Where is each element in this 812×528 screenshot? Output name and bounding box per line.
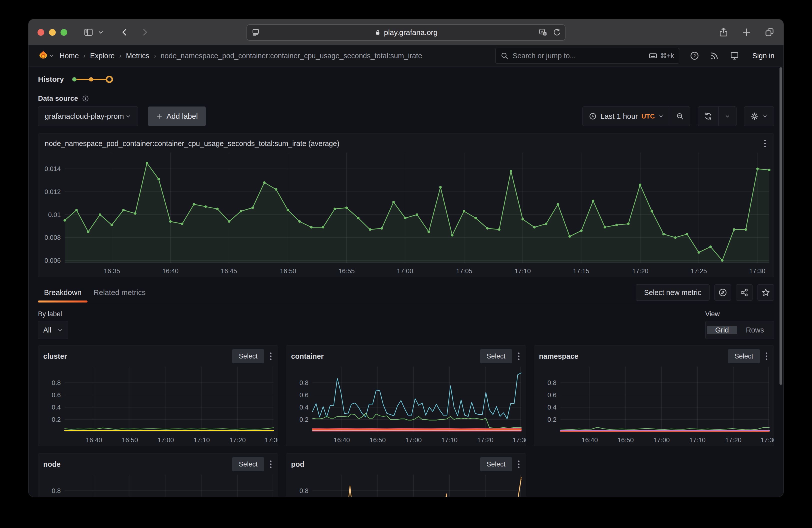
- history-timeline[interactable]: [72, 76, 113, 83]
- metric-graph-panel: node_namespace_pod_container:container_c…: [38, 133, 774, 277]
- share-metric-button[interactable]: [736, 284, 753, 301]
- share-icon[interactable]: [719, 27, 728, 37]
- select-button[interactable]: Select: [232, 349, 264, 363]
- zoom-window-button[interactable]: [60, 29, 67, 36]
- refresh-group: [698, 106, 737, 126]
- time-range-picker[interactable]: Last 1 hour UTC: [583, 107, 670, 126]
- svg-text:0.8: 0.8: [52, 379, 61, 386]
- select-button[interactable]: Select: [480, 349, 512, 363]
- svg-text:0.012: 0.012: [44, 188, 61, 195]
- breakdown-panel-cluster: cluster Select 0.80.60.40.216:4016:5017:…: [38, 346, 278, 446]
- sign-in-button[interactable]: Sign in: [752, 52, 774, 60]
- svg-text:16:40: 16:40: [162, 267, 178, 275]
- container-chart[interactable]: 0.80.60.40.216:4016:5017:0017:1017:2017:…: [286, 364, 526, 446]
- close-window-button[interactable]: [38, 29, 44, 36]
- settings-button[interactable]: [744, 107, 774, 126]
- svg-text:17:20: 17:20: [230, 436, 246, 444]
- panel-title: node_namespace_pod_container:container_c…: [45, 140, 339, 148]
- view-option-grid[interactable]: Grid: [707, 326, 738, 334]
- address-bar[interactable]: play.grafana.org Ax: [246, 24, 566, 41]
- namespace-chart[interactable]: 0.80.60.40.216:4016:5017:0017:1017:2017:…: [534, 364, 774, 446]
- search-icon: [501, 52, 508, 60]
- svg-text:17:10: 17:10: [441, 436, 458, 444]
- scrollbar[interactable]: [780, 67, 782, 385]
- sidebar-icon[interactable]: [84, 27, 93, 37]
- view-label: View: [705, 310, 774, 318]
- chevron-down-icon: [725, 114, 730, 119]
- history-label[interactable]: History: [38, 75, 64, 84]
- by-label-select[interactable]: All: [38, 321, 68, 339]
- select-button[interactable]: Select: [480, 457, 512, 471]
- help-icon[interactable]: ?: [690, 51, 699, 60]
- svg-text:0.01: 0.01: [48, 211, 61, 219]
- breadcrumb-current-metric: node_namespace_pod_container:container_c…: [160, 52, 422, 60]
- chevron-down-icon: [658, 114, 664, 119]
- svg-text:0.008: 0.008: [44, 234, 61, 241]
- favorite-button[interactable]: [757, 284, 774, 301]
- svg-text:0.4: 0.4: [548, 404, 556, 411]
- breadcrumb-metrics[interactable]: Metrics: [126, 52, 149, 60]
- tab-related-metrics[interactable]: Related metrics: [87, 283, 151, 302]
- pod-chart[interactable]: 0.80.60.40.216:4016:5017:0017:1017:2017:…: [286, 472, 526, 497]
- forward-button[interactable]: [140, 28, 149, 37]
- svg-text:0.8: 0.8: [548, 379, 556, 386]
- select-new-metric-button[interactable]: Select new metric: [636, 284, 710, 301]
- add-label-button[interactable]: Add label: [148, 106, 206, 126]
- org-switcher-chevron-icon[interactable]: [49, 53, 54, 58]
- news-icon[interactable]: [710, 51, 719, 60]
- keyboard-icon: [649, 51, 657, 60]
- svg-text:0.8: 0.8: [52, 487, 61, 495]
- page-settings-icon[interactable]: [251, 28, 260, 37]
- select-button[interactable]: Select: [728, 349, 760, 363]
- search-box[interactable]: ⌘+k: [495, 48, 679, 64]
- breakdown-panel-container: container Select 0.80.60.40.216:4016:501…: [286, 346, 526, 446]
- translate-icon[interactable]: Ax: [538, 28, 548, 37]
- main-chart[interactable]: 0.0140.0120.010.0080.00616:3516:4016:451…: [38, 150, 774, 277]
- breadcrumb-home[interactable]: Home: [59, 52, 79, 60]
- zoom-out-button[interactable]: [670, 107, 690, 126]
- history-current-step-icon[interactable]: [106, 76, 113, 83]
- explore-button[interactable]: [714, 284, 731, 301]
- chevron-down-icon[interactable]: [98, 29, 104, 35]
- tab-bar: Breakdown Related metrics Select new met…: [38, 283, 774, 302]
- reload-icon[interactable]: [552, 28, 561, 37]
- node-chart[interactable]: 0.80.60.40.216:4016:5017:0017:1017:2017:…: [38, 472, 278, 497]
- info-icon[interactable]: [82, 95, 89, 102]
- refresh-icon: [704, 112, 712, 120]
- panel-menu-button[interactable]: [764, 351, 769, 362]
- svg-text:17:15: 17:15: [573, 267, 589, 275]
- clock-icon: [589, 112, 597, 120]
- panel-menu-button[interactable]: [517, 459, 521, 469]
- svg-text:17:25: 17:25: [691, 267, 707, 275]
- new-tab-icon[interactable]: [741, 27, 752, 37]
- plus-icon: [156, 113, 162, 119]
- refresh-button[interactable]: [698, 107, 719, 126]
- select-button[interactable]: Select: [232, 457, 264, 471]
- minimize-window-button[interactable]: [49, 29, 56, 36]
- panel-menu-button[interactable]: [269, 459, 273, 469]
- svg-text:17:20: 17:20: [725, 436, 741, 444]
- cluster-chart[interactable]: 0.80.60.40.216:4016:5017:0017:1017:2017:…: [38, 364, 278, 446]
- explore-metrics-content: History Data source grafanacloud-play-pr…: [29, 74, 783, 497]
- tab-overview-icon[interactable]: [765, 27, 774, 37]
- timezone-label: UTC: [641, 113, 655, 120]
- data-source-select[interactable]: grafanacloud-play-prom: [38, 106, 138, 126]
- tab-breakdown[interactable]: Breakdown: [38, 283, 87, 302]
- grafana-logo-icon[interactable]: [38, 50, 49, 61]
- view-option-rows[interactable]: Rows: [737, 326, 772, 334]
- search-input[interactable]: [512, 52, 649, 60]
- display-icon[interactable]: [730, 51, 739, 60]
- back-button[interactable]: [120, 28, 130, 37]
- history-step-icon[interactable]: [89, 77, 93, 82]
- svg-text:17:20: 17:20: [477, 436, 493, 444]
- zoom-out-icon: [676, 112, 684, 120]
- panel-menu-button[interactable]: [269, 351, 273, 362]
- breadcrumb-explore[interactable]: Explore: [90, 52, 115, 60]
- star-icon: [761, 288, 770, 297]
- refresh-interval-dropdown[interactable]: [719, 107, 736, 126]
- panel-menu-button[interactable]: [517, 351, 521, 362]
- panel-menu-button[interactable]: [763, 138, 767, 149]
- svg-text:16:40: 16:40: [581, 436, 598, 444]
- url-text: play.grafana.org: [384, 28, 438, 37]
- history-step-icon[interactable]: [72, 77, 76, 82]
